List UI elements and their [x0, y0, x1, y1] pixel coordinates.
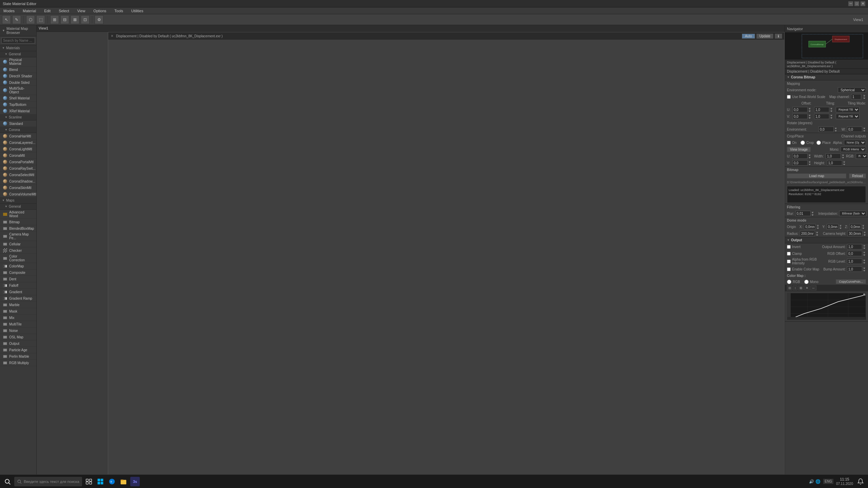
rgb-offset-down[interactable]: ▼	[863, 254, 866, 256]
section-corona[interactable]: ▼ Corona	[0, 127, 36, 133]
mat-standard[interactable]: Standard	[0, 120, 36, 127]
v2-down[interactable]: ▼	[808, 163, 811, 166]
height-down[interactable]: ▼	[843, 163, 846, 166]
x-down[interactable]: ▼	[816, 227, 819, 229]
u2-input[interactable]	[792, 153, 808, 159]
alpha-rgb-checkbox[interactable]	[787, 260, 791, 263]
copy-curve-button[interactable]: CopyCurvePoin...	[836, 279, 866, 284]
width-input[interactable]	[826, 153, 841, 159]
crop-radio[interactable]	[801, 140, 805, 145]
map-cellular[interactable]: Cellular	[0, 241, 36, 247]
bump-amount-down[interactable]: ▼	[863, 269, 866, 272]
map-dent[interactable]: Dent	[0, 276, 36, 282]
map-color-correction[interactable]: Color Correction	[0, 254, 36, 263]
map-mix[interactable]: Mix	[0, 315, 36, 321]
toolbar-move-btn[interactable]: ✎	[12, 15, 21, 24]
mat-corona-portal[interactable]: CoronaPortalMtl	[0, 159, 36, 165]
notification-icon[interactable]	[856, 477, 865, 486]
u2-up[interactable]: ▲	[808, 153, 811, 156]
search-input[interactable]	[1, 38, 35, 43]
env-rot-up[interactable]: ▲	[834, 127, 837, 129]
map-composite[interactable]: Composite	[0, 269, 36, 276]
mat-blend[interactable]: Blend	[0, 67, 36, 73]
load-map-button[interactable]: Load map	[787, 173, 846, 179]
v-offset-down[interactable]: ▼	[808, 116, 811, 119]
output-amount-down[interactable]: ▼	[863, 247, 866, 249]
map-noise[interactable]: Noise	[0, 327, 36, 334]
w-down[interactable]: ▼	[863, 129, 866, 132]
rgb-select[interactable]: RGB R G B	[856, 153, 868, 159]
rgb-offset-input[interactable]	[847, 251, 862, 256]
blur-input[interactable]	[795, 211, 811, 216]
v-offset-up[interactable]: ▲	[808, 114, 811, 116]
v-tiling-up[interactable]: ▲	[830, 114, 833, 116]
u2-down[interactable]: ▼	[808, 156, 811, 159]
mat-corona-select[interactable]: CoronaSelectMtl	[0, 172, 36, 178]
menu-modes[interactable]: Modes	[1, 8, 17, 14]
view-image-button[interactable]: View Image	[787, 147, 811, 152]
map-blended-box[interactable]: BlendedBoxMap	[0, 225, 36, 232]
toolbar-zoom-btn[interactable]: ⬡	[26, 15, 35, 24]
map-channel-input[interactable]	[851, 94, 861, 99]
map-multitile[interactable]: MultiTile	[0, 321, 36, 327]
width-up[interactable]: ▲	[841, 153, 845, 156]
menu-material[interactable]: Material	[21, 8, 38, 14]
taskbar-explorer-icon[interactable]	[119, 477, 128, 486]
auto-button[interactable]: Auto	[742, 34, 755, 39]
taskbar-edge-icon[interactable]: e	[107, 477, 117, 486]
map-perlin-marble[interactable]: Perlin Marble	[0, 353, 36, 360]
mat-corona-ray[interactable]: CoronaRaySwit...	[0, 165, 36, 172]
map-falloff[interactable]: Falloff	[0, 282, 36, 289]
u-offset-input[interactable]	[792, 107, 808, 112]
mono-radio[interactable]	[804, 280, 809, 284]
rgb-level-down[interactable]: ▼	[863, 261, 866, 264]
bump-amount-input[interactable]	[847, 266, 862, 272]
map-mask[interactable]: Mask	[0, 308, 36, 315]
rgb-level-up[interactable]: ▲	[863, 259, 866, 261]
map-osl[interactable]: OSL Map	[0, 334, 36, 340]
w-input[interactable]	[847, 127, 862, 132]
cm-btn-3[interactable]: ⊠	[798, 285, 804, 290]
y-up[interactable]: ▲	[839, 224, 842, 227]
tray-icon-1[interactable]: 🔊	[809, 479, 814, 484]
node-info-button[interactable]: ℹ	[775, 34, 782, 39]
map-camera-map[interactable]: Camera Map Pe...	[0, 232, 36, 241]
toolbar-layout-btn[interactable]: ⊞	[50, 15, 59, 24]
taskbar-search-icon[interactable]	[3, 477, 12, 486]
u-tiling-up[interactable]: ▲	[830, 107, 833, 110]
section-maps[interactable]: ▼ Maps	[0, 198, 36, 204]
menu-select[interactable]: Select	[57, 8, 71, 14]
cm-btn-1[interactable]: ⊞	[787, 285, 792, 290]
mat-corona-hair[interactable]: CoronaHairMtl	[0, 133, 36, 139]
map-gradient-ramp[interactable]: Gradient Ramp	[0, 295, 36, 302]
toolbar-node-btn[interactable]: ⊟	[60, 15, 69, 24]
section-scanline[interactable]: ▼ Scanline	[0, 114, 36, 120]
mat-top-bottom[interactable]: Top/Bottom	[0, 101, 36, 108]
height-input[interactable]	[827, 160, 842, 166]
map-marble[interactable]: Marble	[0, 302, 36, 308]
z-input[interactable]	[849, 224, 861, 229]
interpolation-select[interactable]: Bilinear (faster) Bicubic (sharper) Summ…	[839, 211, 866, 216]
lang-indicator[interactable]: ENG	[823, 479, 833, 484]
v-offset-input[interactable]	[792, 114, 808, 119]
camera-height-up[interactable]: ▲	[863, 231, 866, 233]
toolbar-settings-btn[interactable]: ⚙	[95, 15, 103, 24]
y-input[interactable]	[827, 224, 838, 229]
height-up[interactable]: ▲	[843, 160, 846, 163]
mat-corona-shadow[interactable]: CoronaShadow...	[0, 178, 36, 185]
map-channel-up[interactable]: ▲	[863, 94, 866, 97]
map-colormap[interactable]: ColorMap	[0, 263, 36, 269]
toolbar-select-btn[interactable]: ↖	[2, 15, 11, 24]
mat-directx[interactable]: DirectX Shader	[0, 73, 36, 79]
minimize-button[interactable]: ─	[848, 1, 853, 6]
w-up[interactable]: ▲	[863, 127, 866, 129]
menu-tools[interactable]: Tools	[112, 8, 125, 14]
mat-xref[interactable]: XRef Material	[0, 108, 36, 114]
mat-corona-mtl[interactable]: CoronaMtl	[0, 152, 36, 159]
cm-btn-4[interactable]: ✕	[804, 285, 810, 290]
cm-btn-2[interactable]: ↕	[793, 285, 797, 290]
v-tiling-down[interactable]: ▼	[830, 116, 833, 119]
update-button[interactable]: Update	[756, 34, 773, 39]
z-down[interactable]: ▼	[862, 227, 865, 229]
v-tiling-mode-select[interactable]: Repeat Tiling Mirror Tiling No Tiling	[836, 114, 860, 119]
